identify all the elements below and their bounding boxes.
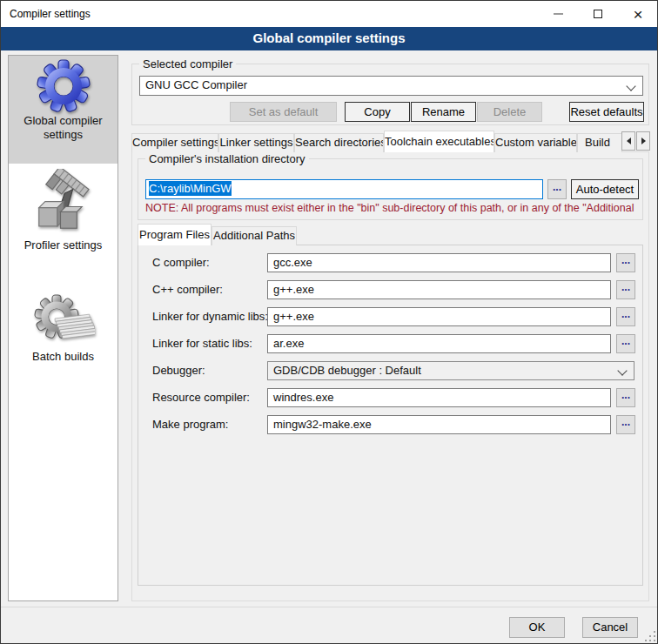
installation-directory-browse-button[interactable]: ... <box>547 179 567 199</box>
sidebar-item-label: Global compiler settings <box>15 114 112 142</box>
tab-scroll-right-button[interactable] <box>636 131 650 151</box>
tab-toolchain-executables[interactable]: Toolchain executables <box>384 131 494 152</box>
sidebar-item-label: Profiler settings <box>15 238 112 252</box>
make-program-field[interactable]: mingw32-make.exe <box>267 415 611 434</box>
tab-compiler-settings[interactable]: Compiler settings <box>131 133 218 152</box>
c-compiler-row: C compiler: gcc.exe ... <box>138 253 642 272</box>
tab-linker-settings[interactable]: Linker settings <box>218 133 294 152</box>
compiler-select[interactable]: GNU GCC Compiler <box>139 76 643 96</box>
dynamic-linker-label: Linker for dynamic libs: <box>152 307 268 326</box>
debugger-label: Debugger: <box>152 361 205 380</box>
debugger-select[interactable]: GDB/CDB debugger : Default <box>267 361 634 380</box>
arrow-right-icon <box>641 138 646 144</box>
page-title: Global compiler settings <box>1 27 657 50</box>
profiler-caliper-icon <box>30 169 97 238</box>
compiler-select-value: GNU GCC Compiler <box>145 78 247 91</box>
installation-directory-group-label: Compiler's installation directory <box>145 152 309 165</box>
debugger-row: Debugger: GDB/CDB debugger : Default <box>138 361 642 380</box>
resize-grip[interactable] <box>645 631 656 642</box>
make-program-label: Make program: <box>152 415 228 434</box>
title-bar: Compiler settings × <box>1 1 657 27</box>
arrow-left-icon <box>627 138 631 144</box>
installation-directory-value: C:\raylib\MinGW <box>149 181 232 196</box>
compiler-settings-dialog: Compiler settings × Global compiler sett… <box>0 0 658 644</box>
make-program-row: Make program: mingw32-make.exe ... <box>138 415 642 434</box>
static-linker-browse-button[interactable]: ... <box>616 334 635 353</box>
settings-category-list: Global compiler settings Profil <box>8 55 118 601</box>
reset-defaults-button[interactable]: Reset defaults <box>569 102 644 122</box>
debugger-select-value: GDB/CDB debugger : Default <box>273 364 421 377</box>
minimize-button[interactable] <box>538 1 578 27</box>
c-compiler-browse-button[interactable]: ... <box>616 253 635 272</box>
chevron-down-icon <box>617 366 627 375</box>
gray-gear-stack-icon <box>32 292 95 350</box>
cancel-button[interactable]: Cancel <box>582 617 638 638</box>
installation-directory-input[interactable]: C:\raylib\MinGW <box>145 179 543 199</box>
c-compiler-field[interactable]: gcc.exe <box>267 253 611 272</box>
minimize-icon <box>554 13 563 15</box>
tab-search-directories[interactable]: Search directories <box>294 133 384 152</box>
bin-subdirectory-note: NOTE: All programs must exist either in … <box>145 202 638 214</box>
selected-compiler-group-label: Selected compiler <box>139 57 236 70</box>
delete-button[interactable]: Delete <box>477 102 542 122</box>
cpp-compiler-browse-button[interactable]: ... <box>616 280 635 299</box>
ok-button[interactable]: OK <box>509 617 565 638</box>
close-button[interactable]: × <box>618 1 658 27</box>
cpp-compiler-label: C++ compiler: <box>152 280 223 299</box>
blue-gear-icon <box>36 58 91 114</box>
maximize-icon <box>594 10 602 18</box>
tab-scroll-left-button[interactable] <box>621 131 635 151</box>
selected-compiler-group: Selected compiler GNU GCC Compiler Set a… <box>131 64 649 125</box>
cpp-compiler-field[interactable]: g++.exe <box>267 280 611 299</box>
resource-compiler-field[interactable]: windres.exe <box>267 388 611 407</box>
program-files-panel: C compiler: gcc.exe ... C++ compiler: g+… <box>138 245 643 586</box>
footer-divider <box>1 607 658 607</box>
static-linker-field[interactable]: ar.exe <box>267 334 611 353</box>
sidebar-item-batch-builds[interactable]: Batch builds <box>9 278 118 393</box>
cpp-compiler-row: C++ compiler: g++.exe ... <box>138 280 642 299</box>
resource-compiler-browse-button[interactable]: ... <box>616 388 635 407</box>
dynamic-linker-row: Linker for dynamic libs: g++.exe ... <box>138 307 642 326</box>
dynamic-linker-field[interactable]: g++.exe <box>267 307 611 326</box>
auto-detect-button[interactable]: Auto-detect <box>571 179 639 199</box>
settings-tab-bar: Compiler settings Linker settings Search… <box>131 131 650 152</box>
sidebar-item-global-compiler-settings[interactable]: Global compiler settings <box>9 56 118 164</box>
tab-build-options[interactable]: Build <box>577 133 622 152</box>
sidebar-item-profiler-settings[interactable]: Profiler settings <box>9 165 118 263</box>
installation-directory-group: Compiler's installation directory C:\ray… <box>138 158 643 220</box>
subtab-additional-paths[interactable]: Additional Paths <box>212 226 297 245</box>
tab-custom-variables[interactable]: Custom variables <box>494 133 577 152</box>
close-icon: × <box>633 6 642 23</box>
static-linker-label: Linker for static libs: <box>152 334 252 353</box>
resource-compiler-row: Resource compiler: windres.exe ... <box>138 388 642 407</box>
copy-button[interactable]: Copy <box>345 102 410 122</box>
c-compiler-label: C compiler: <box>152 253 210 272</box>
subtab-program-files[interactable]: Program Files <box>138 224 212 245</box>
static-linker-row: Linker for static libs: ar.exe ... <box>138 334 642 353</box>
window-title: Compiler settings <box>10 1 91 27</box>
sidebar-item-label: Batch builds <box>15 350 112 364</box>
maximize-button[interactable] <box>578 1 618 27</box>
dynamic-linker-browse-button[interactable]: ... <box>616 307 635 326</box>
resource-compiler-label: Resource compiler: <box>152 388 250 407</box>
chevron-down-icon <box>626 81 635 91</box>
set-as-default-button[interactable]: Set as default <box>230 102 337 122</box>
make-program-browse-button[interactable]: ... <box>616 415 635 434</box>
rename-button[interactable]: Rename <box>411 102 476 122</box>
